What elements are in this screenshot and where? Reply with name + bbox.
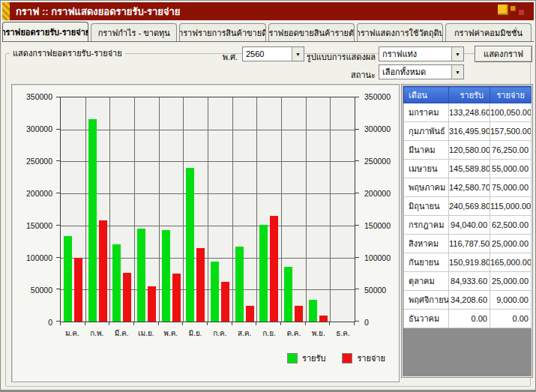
tab-5[interactable]: กราฟค่าคอมมิชชั่น [445, 23, 532, 41]
legend-item-รายรับ: รายรับ [287, 352, 325, 365]
show-graph-button[interactable]: แสดงกราฟ [475, 46, 532, 62]
tab-0[interactable]: กราฟยอดรายรับ-รายจ่าย [2, 22, 88, 41]
y-tick-label: 250000 [360, 157, 399, 166]
y-tick-label: 200000 [360, 189, 399, 198]
table-row[interactable]: ตุลาคม84,933.6025,000.00 [404, 272, 532, 291]
x-tick-label-พ.ย.: พ.ย. [306, 328, 331, 338]
table-header-รายรับ[interactable]: รายรับ [449, 87, 490, 103]
bar-group-พ.ค. [159, 97, 184, 322]
y-axis-left: 3500003000002500002000001500001000005000… [13, 97, 57, 322]
bar-รายจ่าย-ก.ย. [270, 216, 278, 322]
y-tick-mark [355, 193, 359, 193]
titlebar-orange-square-icon[interactable] [511, 6, 516, 11]
table-cell: 120,580.00 [449, 141, 490, 160]
legend-label: รายรับ [302, 352, 325, 365]
y-tick-mark [355, 160, 359, 161]
table-cell: กันยายน [404, 253, 449, 272]
bar-รายจ่าย-พ.ค. [172, 274, 181, 322]
chart-legend: รายรับรายจ่าย [287, 352, 385, 365]
x-tick-label-ก.ย.: ก.ย. [257, 328, 282, 338]
titlebar-decoration [2, 2, 10, 20]
table-row[interactable]: กันยายน150,919.80165,000.00 [404, 253, 532, 272]
x-tick-label-ต.ค.: ต.ค. [281, 328, 306, 338]
table-row[interactable]: มิถุนายน240,569.80115,000.00 [404, 197, 532, 216]
titlebar-red-square-icon[interactable] [519, 10, 525, 16]
y-tick-label: 350000 [360, 92, 399, 101]
title-bar: กราฟ :: กราฟแสดงยอดรายรับ-รายจ่าย [2, 2, 534, 20]
bar-รายรับ-ก.ค. [211, 262, 219, 322]
x-tick-label-ก.พ.: ก.พ. [85, 328, 109, 338]
x-tick-mark [60, 322, 61, 325]
table-cell: 133,248.60 [449, 103, 490, 122]
table-cell: ตุลาคม [404, 272, 449, 291]
bar-group-ก.ค. [208, 97, 232, 322]
status-select[interactable]: เลือกทั้งหมด ▼ [379, 64, 464, 79]
bar-group-ธ.ค. [330, 97, 355, 322]
table-row[interactable]: กุมภาพันธ์316,495.90157,500.00 [404, 122, 532, 141]
table-cell: 75,000.00 [490, 178, 532, 197]
tab-2[interactable]: กราฟรายการสินค้าขายดี [179, 23, 265, 41]
table-cell: 145,589.80 [449, 160, 490, 178]
table-header-รายจ่าย[interactable]: รายจ่าย [490, 87, 532, 103]
table-row[interactable]: สิงหาคม116,787.5025,000.00 [404, 235, 532, 253]
y-tick-label: 200000 [13, 189, 57, 198]
x-tick-mark [109, 322, 109, 325]
x-axis-labels: ม.ค.ก.พ.มี.ค.เม.ย.พ.ค.มิ.ย.ก.ค.ส.ค.ก.ย.ต… [60, 328, 355, 338]
table-row[interactable]: ธันวาคม0.000.00 [404, 310, 532, 328]
table-row[interactable]: พฤศจิกายน34,208.609,000.00 [404, 291, 532, 310]
bar-รายรับ-มี.ค. [112, 244, 121, 322]
table-header-เดือน[interactable]: เดือน [404, 87, 449, 103]
table-cell: มีนาคม [404, 141, 449, 160]
table-cell: 240,569.80 [449, 197, 490, 216]
year-select[interactable]: 2560 ▼ [242, 46, 304, 61]
x-tick-mark [158, 322, 159, 325]
table-cell: 142,580.70 [449, 178, 490, 197]
titlebar-yellow-square-icon[interactable] [498, 4, 508, 15]
year-label: พ.ศ. [215, 50, 238, 64]
tab-3[interactable]: กราฟยอดขายสินค้ารายตัว [268, 23, 355, 41]
y-tick-mark [56, 129, 60, 130]
table-cell: 165,000.00 [490, 253, 532, 272]
table-cell: 76,250.00 [490, 141, 532, 160]
y-tick-mark [355, 257, 359, 258]
tab-4[interactable]: กราฟแสดงการใช้วัตถุดิบ [357, 23, 443, 41]
table-cell: 150,919.80 [449, 253, 490, 272]
tab-1[interactable]: กราฟกำไร - ขาดทุน [91, 23, 177, 41]
display-mode-dropdown-arrow-icon[interactable]: ▼ [451, 47, 463, 61]
status-dropdown-arrow-icon[interactable]: ▼ [451, 65, 463, 79]
table-cell: 55,000.00 [490, 160, 532, 178]
table-row[interactable]: เมษายน145,589.8055,000.00 [404, 160, 532, 178]
table-row[interactable]: มกราคม133,248.60100,050.00 [404, 103, 532, 122]
table-row[interactable]: พฤษภาคม142,580.7075,000.00 [404, 178, 532, 197]
table-cell: พฤษภาคม [404, 178, 449, 197]
bar-รายรับ-เม.ย. [137, 229, 145, 322]
table-cell: กรกฎาคม [404, 216, 449, 235]
status-label: สถานะ [331, 68, 376, 82]
table-cell: 116,787.50 [449, 235, 490, 253]
y-tick-label: 150000 [13, 221, 57, 230]
bar-รายรับ-ก.พ. [88, 119, 97, 322]
bar-series [61, 97, 355, 322]
y-tick-label: 50000 [360, 286, 399, 295]
y-tick-label: 250000 [13, 157, 57, 166]
x-tick-mark [85, 322, 85, 325]
plot-area [60, 97, 355, 322]
year-dropdown-arrow-icon[interactable]: ▼ [292, 47, 304, 61]
tab-content: แสดงกราฟยอดรายรับ-รายจ่าย พ.ศ. 2560 ▼ รู… [2, 41, 534, 390]
bar-group-ต.ค. [281, 97, 306, 322]
bar-รายจ่าย-เม.ย. [148, 286, 156, 322]
table-cell: 157,500.00 [490, 122, 532, 141]
table-cell: 84,933.60 [449, 272, 490, 291]
display-mode-label: รูปแบบการแสดงผล [305, 50, 376, 64]
x-tick-mark [280, 322, 281, 325]
x-tick-label-เม.ย.: เม.ย. [133, 328, 158, 338]
table-row[interactable]: มีนาคม120,580.0076,250.00 [404, 141, 532, 160]
display-mode-select[interactable]: กราฟแท่ง ▼ [379, 46, 464, 61]
bar-รายรับ-ส.ค. [235, 247, 244, 322]
table-row[interactable]: กรกฎาคม94,040.0062,500.00 [404, 216, 532, 235]
bar-group-เม.ย. [134, 97, 159, 322]
bar-รายจ่าย-ก.ค. [221, 282, 229, 322]
data-table: เดือนรายรับรายจ่าย มกราคม133,248.60100,0… [403, 86, 532, 328]
window-title: กราฟ :: กราฟแสดงยอดรายรับ-รายจ่าย [10, 4, 180, 19]
x-tick-mark [232, 322, 232, 325]
